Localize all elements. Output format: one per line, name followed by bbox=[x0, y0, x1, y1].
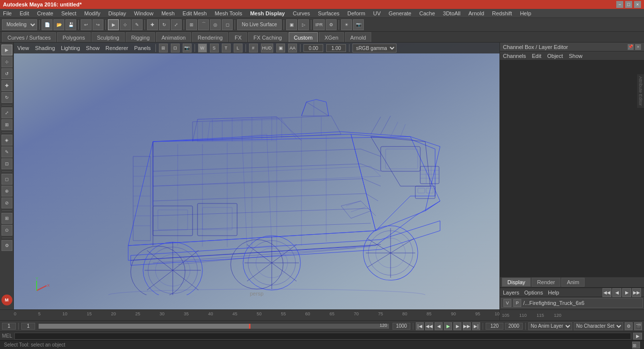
texture-btn[interactable]: T bbox=[222, 44, 231, 52]
lasso-tool-button[interactable]: ⊹ bbox=[120, 19, 131, 30]
menu-item-cache[interactable]: Cache bbox=[418, 10, 436, 16]
cb-menu-show[interactable]: Show bbox=[569, 53, 583, 59]
tab-fx-caching[interactable]: FX Caching bbox=[248, 32, 287, 42]
aa-btn[interactable]: AA bbox=[288, 44, 297, 52]
paint-select-tool[interactable]: ⊹ bbox=[1, 56, 12, 67]
menu-item-deform[interactable]: Deform bbox=[347, 10, 366, 16]
no-live-surface-button[interactable]: No Live Surface bbox=[237, 19, 282, 30]
save-button[interactable]: 💾 bbox=[65, 19, 76, 30]
vp-value1-input[interactable] bbox=[303, 44, 323, 52]
prev-frame-button[interactable]: ◀ bbox=[435, 322, 443, 330]
render-button[interactable]: ▷ bbox=[298, 19, 309, 30]
step-fwd-button[interactable]: ▶▶ bbox=[463, 322, 471, 330]
playback-settings-button[interactable]: ⚙ bbox=[625, 322, 633, 330]
tab-display[interactable]: Display bbox=[502, 278, 531, 287]
scale-tool-left[interactable]: ⤢ bbox=[1, 107, 12, 118]
menu-item-edit-mesh[interactable]: Edit Mesh bbox=[182, 10, 208, 16]
restore-button[interactable]: □ bbox=[625, 1, 632, 8]
layer-back-btn[interactable]: ◀ bbox=[612, 288, 621, 297]
sculpt-tool[interactable]: ✎ bbox=[1, 147, 12, 157]
render-region-button[interactable]: ▣ bbox=[286, 19, 297, 30]
menu-item-generate[interactable]: Generate bbox=[388, 10, 412, 16]
tool-settings-btn[interactable]: ⚙ bbox=[1, 240, 12, 251]
vp-menu-panels[interactable]: Panels bbox=[133, 45, 152, 51]
new-scene-button[interactable]: 📄 bbox=[42, 19, 52, 30]
tab-fx[interactable]: FX bbox=[229, 32, 247, 42]
cb-menu-channels[interactable]: Channels bbox=[503, 53, 526, 59]
channel-box-btn[interactable]: ⊞ bbox=[1, 213, 12, 224]
four-view-btn[interactable]: ⊡ bbox=[171, 44, 180, 52]
current-frame-input[interactable] bbox=[2, 323, 16, 330]
mel-run-button[interactable]: ▶ bbox=[633, 333, 642, 340]
anim-layer-select[interactable]: No Anim Layer bbox=[528, 322, 572, 330]
script-editor-button[interactable]: ⊞ bbox=[632, 342, 640, 349]
redo-button[interactable]: ↪ bbox=[93, 19, 103, 30]
go-start-button[interactable]: |◀ bbox=[416, 322, 424, 330]
workspace-dropdown[interactable]: Modeling bbox=[2, 19, 37, 30]
close-button[interactable]: × bbox=[634, 1, 641, 8]
render-sequence-button[interactable]: 🎬 bbox=[634, 322, 642, 330]
start-frame-input[interactable] bbox=[21, 323, 35, 330]
render-layer-btn[interactable]: ⊕ bbox=[1, 186, 12, 197]
step-back-button[interactable]: ◀◀ bbox=[425, 322, 433, 330]
vp-menu-lighting[interactable]: Lighting bbox=[59, 45, 82, 51]
layer-pickup-toggle[interactable]: P bbox=[513, 299, 521, 307]
menu-item-surfaces[interactable]: Surfaces bbox=[317, 10, 340, 16]
tab-custom[interactable]: Custom bbox=[289, 32, 318, 42]
menu-item-select[interactable]: Select bbox=[60, 10, 78, 16]
resolution-btn[interactable]: ▣ bbox=[276, 44, 285, 52]
ipr-button[interactable]: IPR bbox=[313, 19, 325, 30]
attribute-editor-btn[interactable]: ⊙ bbox=[1, 225, 12, 236]
paint-tool-button[interactable]: ✎ bbox=[132, 19, 143, 30]
menu-item-mesh-display[interactable]: Mesh Display bbox=[249, 10, 286, 16]
layer-visibility-toggle[interactable]: V bbox=[503, 299, 511, 307]
vp-menu-renderer[interactable]: Renderer bbox=[104, 45, 130, 51]
menu-item-arnold[interactable]: Arnold bbox=[467, 10, 485, 16]
layer-end-btn[interactable]: ▶▶ bbox=[632, 288, 641, 297]
tab-anim[interactable]: Anim bbox=[561, 278, 585, 287]
snap-grid-button[interactable]: ⊞ bbox=[186, 19, 197, 30]
tab-rigging[interactable]: Rigging bbox=[126, 32, 155, 42]
layers-menu-options[interactable]: Options bbox=[524, 290, 543, 296]
cb-menu-edit[interactable]: Edit bbox=[532, 53, 541, 59]
tab-curves-surfaces[interactable]: Curves / Surfaces bbox=[2, 32, 56, 42]
menu-item-create[interactable]: Create bbox=[36, 10, 54, 16]
minimize-button[interactable]: − bbox=[616, 1, 623, 8]
tab-animation[interactable]: Animation bbox=[156, 32, 191, 42]
select-tool-left[interactable]: ▶ bbox=[1, 45, 12, 55]
menu-item-help[interactable]: Help bbox=[519, 10, 532, 16]
select-tool-button[interactable]: ▶ bbox=[108, 19, 119, 30]
cb-menu-object[interactable]: Object bbox=[547, 53, 563, 59]
cb-pin-button[interactable]: 📌 bbox=[628, 44, 634, 50]
snap-point-button[interactable]: ◎ bbox=[210, 19, 221, 30]
attribute-editor-label[interactable]: Attribute Editor bbox=[637, 74, 644, 108]
tab-rendering[interactable]: Rendering bbox=[192, 32, 228, 42]
vp-menu-show[interactable]: Show bbox=[85, 45, 101, 51]
menu-item-file[interactable]: File bbox=[2, 10, 13, 16]
tab-xgen[interactable]: XGen bbox=[319, 32, 344, 42]
next-frame-button[interactable]: ▶ bbox=[453, 322, 461, 330]
menu-item-display[interactable]: Display bbox=[107, 10, 127, 16]
lasso-tool[interactable]: ↺ bbox=[1, 68, 12, 79]
component-editor-tool[interactable]: ⊡ bbox=[1, 158, 12, 169]
layers-menu-layers[interactable]: Layers bbox=[503, 290, 519, 296]
soft-select-tool[interactable]: ◈ bbox=[1, 135, 12, 146]
menu-item-mesh-tools[interactable]: Mesh Tools bbox=[214, 10, 243, 16]
move-tool-left[interactable]: ✚ bbox=[1, 80, 12, 91]
layer-row-truck[interactable]: V P /...Firefighting_Truck_6x6 bbox=[501, 298, 643, 308]
viewport-3d[interactable]: .wire { stroke: #1a1aaa; stroke-width: 0… bbox=[14, 43, 499, 309]
transform-tool[interactable]: ⊞ bbox=[1, 119, 12, 130]
menu-item-uv[interactable]: UV bbox=[372, 10, 382, 16]
vp-menu-shading[interactable]: Shading bbox=[34, 45, 56, 51]
menu-item-modify[interactable]: Modify bbox=[83, 10, 101, 16]
wireframe-btn[interactable]: W bbox=[198, 44, 207, 52]
render-settings-button[interactable]: ⚙ bbox=[326, 19, 337, 30]
snap-curve-button[interactable]: ⌒ bbox=[198, 19, 209, 30]
scale-tool-button[interactable]: ⤢ bbox=[171, 19, 182, 30]
vp-value2-input[interactable] bbox=[326, 44, 346, 52]
smooth-btn[interactable]: S bbox=[210, 44, 219, 52]
undo-button[interactable]: ↩ bbox=[81, 19, 92, 30]
go-end-button[interactable]: ▶| bbox=[472, 322, 480, 330]
display-layer-btn[interactable]: ◻ bbox=[1, 174, 12, 185]
move-tool-button[interactable]: ✚ bbox=[147, 19, 158, 30]
